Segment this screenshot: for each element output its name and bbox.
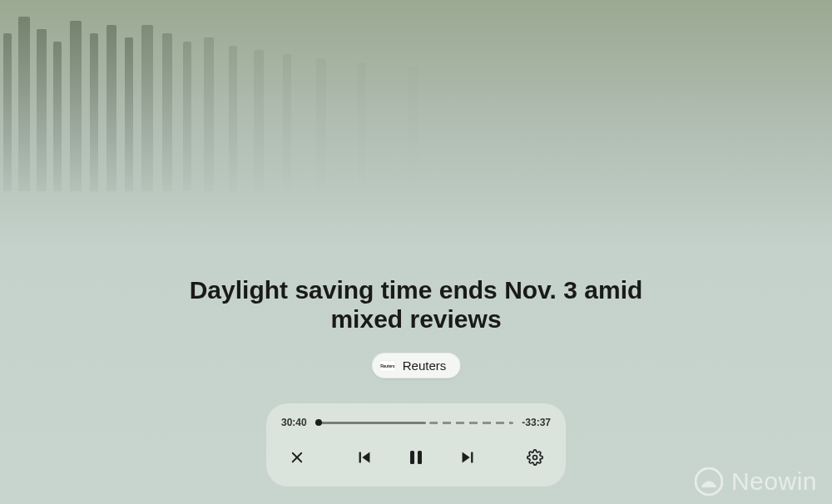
pause-button[interactable] [402,443,430,472]
pause-icon [406,447,426,467]
skip-previous-icon [355,448,374,467]
svg-rect-2 [359,452,361,463]
svg-rect-3 [410,451,414,464]
close-icon [290,450,305,465]
neowin-logo-icon [695,467,723,496]
source-chip[interactable]: Reuters Reuters [372,353,461,378]
watermark-text: Neowin [731,467,817,496]
close-button[interactable] [283,443,311,472]
remaining-time: -33:37 [522,417,551,428]
source-name: Reuters [403,358,447,373]
skip-next-icon [458,448,477,467]
svg-rect-4 [418,451,422,464]
gear-icon [527,449,543,466]
previous-button[interactable] [350,443,379,472]
audio-player: 30:40 -33:37 [266,403,566,487]
background-art [0,0,832,191]
now-playing-screen: Daylight saving time ends Nov. 3 amid mi… [0,0,832,504]
controls-row [281,443,551,472]
svg-point-6 [533,456,537,460]
elapsed-time: 30:40 [281,417,307,428]
svg-rect-5 [471,452,473,463]
story-headline: Daylight saving time ends Nov. 3 amid mi… [0,276,832,334]
progress-track[interactable] [315,421,514,424]
watermark: Neowin [695,467,817,496]
next-button[interactable] [453,443,482,472]
source-logo: Reuters [379,360,396,372]
progress-row: 30:40 -33:37 [281,417,551,428]
settings-button[interactable] [521,443,549,472]
